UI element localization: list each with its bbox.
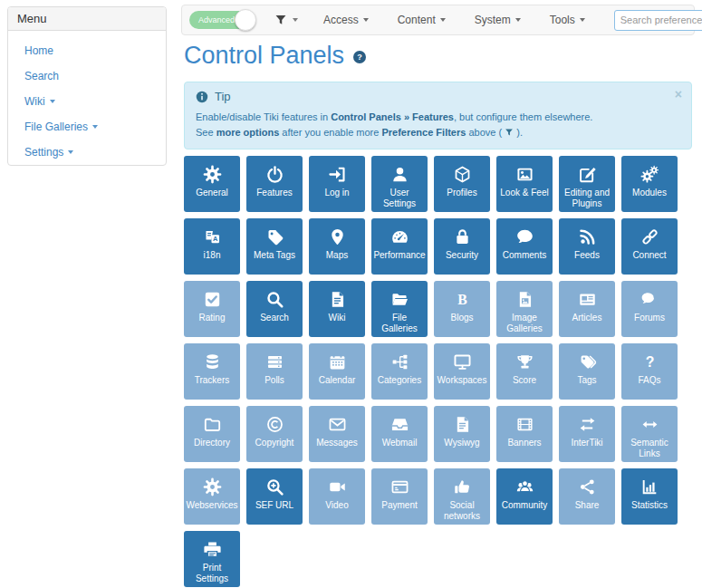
panel-tile-label: Webmail (380, 438, 419, 448)
panel-tile-label: Categories (376, 375, 423, 386)
page-title: Control Panels? (184, 42, 366, 70)
menu-content[interactable]: Content (398, 14, 446, 26)
panel-tile-label: Profiles (445, 188, 478, 198)
panel-tile-semantic-links[interactable]: Semantic Links (621, 406, 678, 462)
tip-body: Enable/disable Tiki features in Control … (196, 110, 680, 141)
question-circle-icon[interactable]: ? (353, 51, 366, 63)
panel-tile-webservices[interactable]: Webservices (184, 468, 240, 525)
panel-tile-label: Webservices (184, 500, 239, 511)
panel-tile-directory[interactable]: Directory (184, 406, 240, 462)
panel-tile-trackers[interactable]: Trackers (184, 343, 240, 400)
panel-tile-user-settings[interactable]: User Settings (371, 156, 428, 212)
sidebar-item-settings[interactable]: Settings (24, 146, 149, 159)
users-icon (515, 476, 534, 497)
panel-tile-label: Meta Tags (252, 250, 297, 261)
panel-tile-search[interactable]: Search (246, 281, 303, 337)
panel-tile-label: File Galleries (371, 313, 428, 334)
sidebar-item-home[interactable]: Home (24, 44, 149, 57)
panel-tile-tags[interactable]: Tags (559, 343, 615, 400)
panel-tile-community[interactable]: Community (496, 468, 553, 525)
panel-tile-wiki[interactable]: Wiki (309, 281, 365, 337)
sidebar-items: HomeSearchWikiFile GalleriesSettings (8, 31, 166, 159)
search-icon (265, 288, 284, 310)
panel-tile-modules[interactable]: Modules (621, 156, 678, 212)
panel-tile-social-networks[interactable]: Social networks (434, 468, 490, 525)
panel-tile-messages[interactable]: Messages (309, 406, 365, 462)
panel-tile-label: Banners (505, 438, 543, 448)
panel-tile-payment[interactable]: Payment (371, 468, 428, 525)
language-icon: A (203, 226, 222, 247)
panel-tile-wysiwyg[interactable]: Wysiwyg (434, 406, 490, 462)
panel-tile-intertiki[interactable]: InterTiki (559, 406, 615, 462)
folder-open-icon (390, 288, 409, 310)
menu-system[interactable]: System (475, 14, 521, 26)
desktop-icon (453, 351, 472, 372)
panel-tile-copyright[interactable]: Copyright (246, 406, 303, 462)
panel-tile-workspaces[interactable]: Workspaces (434, 343, 490, 400)
panel-tile-label: Articles (571, 313, 604, 323)
newspaper-icon (578, 288, 597, 310)
menu-tools[interactable]: Tools (550, 14, 585, 26)
panel-tile-forums[interactable]: Forums (621, 281, 678, 337)
sign-in-icon (328, 163, 347, 185)
panel-tile-profiles[interactable]: Profiles (434, 156, 490, 212)
panel-tile-faqs[interactable]: ?FAQs (621, 343, 678, 400)
panel-tile-file-galleries[interactable]: File Galleries (371, 281, 428, 337)
panel-tile-editing-and-plugins[interactable]: Editing and Plugins (559, 156, 615, 212)
panel-tile-label: Directory (192, 438, 232, 448)
panel-tile-blogs[interactable]: BBlogs (434, 281, 490, 337)
panel-tile-security[interactable]: Security (434, 218, 490, 275)
panel-tile-log-in[interactable]: Log in (309, 156, 365, 212)
panel-tile-maps[interactable]: Maps (309, 218, 365, 275)
panel-tile-comments[interactable]: Comments (496, 218, 553, 275)
panel-tile-feeds[interactable]: Feeds (559, 218, 615, 275)
panel-tile-general[interactable]: General (184, 156, 240, 212)
panel-tile-look-feel[interactable]: Look & Feel (496, 156, 553, 212)
panel-tile-connect[interactable]: Connect (621, 218, 678, 275)
search-input[interactable] (614, 10, 702, 31)
panel-tile-calendar[interactable]: Calendar (309, 343, 365, 400)
panel-tile-categories[interactable]: Categories (371, 343, 428, 400)
panel-tile-image-galleries[interactable]: Image Galleries (496, 281, 553, 337)
sidebar-item-file-galleries[interactable]: File Galleries (24, 120, 149, 133)
panel-tile-statistics[interactable]: Statistics (621, 468, 678, 525)
share-icon (578, 476, 597, 497)
sidebar-item-wiki[interactable]: Wiki (24, 95, 149, 108)
panel-tile-video[interactable]: Video (309, 468, 365, 525)
gauge-icon (390, 226, 409, 247)
panel-tile-score[interactable]: Score (496, 343, 553, 400)
panel-tile-label: Video (323, 500, 350, 511)
panel-tile-label: Modules (630, 188, 668, 198)
funnel-icon (274, 14, 287, 26)
panel-tile-articles[interactable]: Articles (559, 281, 615, 337)
preference-filters-button[interactable] (274, 14, 298, 26)
panel-tile-print-settings[interactable]: Print Settings (184, 531, 240, 587)
control-panels-grid: GeneralFeaturesLog inUser SettingsProfil… (184, 156, 678, 587)
tags-icon (578, 351, 597, 372)
power-icon (265, 163, 284, 185)
panel-tile-label: Search (258, 313, 291, 323)
file-lines-icon (328, 288, 347, 310)
panel-tile-meta-tags[interactable]: Meta Tags (246, 218, 303, 275)
panel-tile-webmail[interactable]: Webmail (371, 406, 428, 462)
close-icon[interactable]: × (675, 88, 682, 101)
panel-tile-performance[interactable]: Performance (371, 218, 428, 275)
sidebar-item-search[interactable]: Search (24, 70, 149, 82)
search-area (614, 9, 702, 32)
panel-tile-i18n[interactable]: Ai18n (184, 218, 240, 275)
menu-access[interactable]: Access (323, 14, 369, 26)
panel-tile-label: Semantic Links (621, 438, 678, 459)
toggle-knob[interactable] (235, 9, 256, 31)
panel-tile-share[interactable]: Share (559, 468, 615, 525)
exchange-icon (578, 413, 597, 435)
advanced-toggle[interactable]: Advanced (189, 11, 255, 29)
database-icon (203, 351, 222, 372)
panel-tile-sef-url[interactable]: SEF URL (246, 468, 303, 525)
inbox-icon (390, 413, 409, 435)
panel-tile-rating[interactable]: Rating (184, 281, 240, 337)
panel-tile-banners[interactable]: Banners (496, 406, 553, 462)
panel-tile-label: Comments (501, 250, 548, 261)
panel-tile-features[interactable]: Features (246, 156, 303, 212)
panel-tile-label: Features (255, 188, 293, 198)
panel-tile-polls[interactable]: Polls (246, 343, 303, 400)
